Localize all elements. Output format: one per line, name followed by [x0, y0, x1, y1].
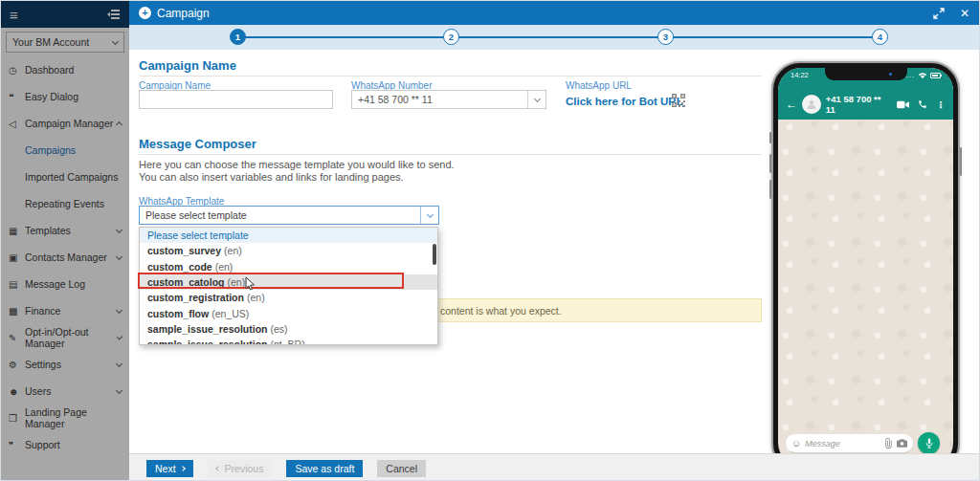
battery-icon: [930, 73, 941, 78]
signal-dots-icon: ...: [906, 74, 915, 77]
phone-volume-down-button: [769, 180, 771, 199]
sidebar: ≡ Your BM Account ◷Dashboard ❝Easy Dialo…: [1, 1, 129, 481]
modal-header: + Campaign ✕: [129, 1, 979, 25]
chat-contact-number: +41 58 700 ** 11: [826, 94, 892, 115]
template-option-highlighted[interactable]: custom_catolog(en): [140, 274, 437, 290]
template-option[interactable]: custom_registration(en): [140, 290, 437, 305]
section-heading-message-composer: Message Composer: [139, 137, 256, 151]
phone-screen: 14:22 ... ← +41 58 700 ** 11: [778, 68, 953, 466]
camera-icon: [897, 439, 907, 448]
message-input-bar: ☺ Message: [786, 434, 913, 452]
section-heading-campaign-name: Campaign Name: [139, 58, 236, 73]
phone-power-button: [960, 147, 962, 176]
modal-backdrop-overlay: [1, 1, 129, 481]
warning-text: content is what you expect.: [440, 305, 562, 317]
back-arrow-icon: ←: [786, 98, 797, 111]
template-option[interactable]: custom_flow(en_US): [140, 305, 437, 320]
qr-code-icon[interactable]: [672, 94, 685, 107]
template-option[interactable]: sample_issue_resolution(pt_BR): [140, 337, 437, 345]
step-1[interactable]: 1: [230, 29, 246, 45]
front-camera-dot: [889, 73, 892, 76]
composer-description-line2: You can also insert variables and links …: [139, 171, 404, 183]
whatsapp-template-select[interactable]: Please select template: [139, 206, 439, 225]
next-button[interactable]: Next: [146, 460, 193, 477]
paperclip-icon: [884, 438, 893, 448]
plus-circle-icon: +: [139, 7, 151, 19]
dropdown-scrollbar[interactable]: [433, 244, 436, 265]
phone-volume-up-button: [769, 154, 771, 173]
video-call-icon: [897, 100, 909, 109]
composer-description-line1: Here you can choose the message template…: [139, 159, 455, 170]
modal-footer: Next Previous Save as draft Cancel: [129, 453, 979, 481]
template-option[interactable]: sample_issue_resolution(es): [140, 321, 437, 337]
phone-preview: 14:22 ... ← +41 58 700 ** 11: [771, 61, 960, 472]
whatsapp-url-label: WhatsApp URL: [566, 80, 632, 91]
whatsapp-number-select[interactable]: +41 58 700 ** 11: [351, 90, 546, 109]
select-chevron: [420, 207, 438, 224]
avatar: [802, 95, 821, 114]
template-dropdown-list: Please select template custom_survey(en)…: [139, 227, 438, 345]
app-screen: ≡ Your BM Account ◷Dashboard ❝Easy Dialo…: [0, 0, 980, 481]
section-divider: [139, 154, 762, 155]
save-as-draft-button[interactable]: Save as draft: [286, 460, 363, 477]
kebab-menu-icon: ⋮: [936, 99, 946, 110]
phone-notch: [825, 68, 907, 80]
expand-icon[interactable]: [933, 8, 945, 19]
whatsapp-number-value: +41 58 700 ** 11: [358, 94, 433, 105]
template-option[interactable]: custom_code(en): [140, 259, 437, 274]
step-number: 1: [235, 32, 240, 42]
step-2[interactable]: 2: [443, 29, 459, 45]
close-icon[interactable]: ✕: [960, 7, 969, 20]
template-option-placeholder[interactable]: Please select template: [140, 228, 437, 243]
bot-url-link[interactable]: Click here for Bot URL: [566, 96, 683, 107]
campaign-modal: + Campaign ✕ 1 2 3 4 Campaign Name Campa…: [129, 1, 980, 481]
wizard-stepper: 1 2 3 4: [129, 25, 979, 50]
modal-title: Campaign: [157, 7, 210, 20]
step-number: 4: [878, 32, 882, 42]
cancel-button[interactable]: Cancel: [377, 460, 426, 477]
step-4[interactable]: 4: [872, 29, 888, 45]
phone-time: 14:22: [791, 71, 809, 79]
previous-button[interactable]: Previous: [208, 460, 273, 477]
step-number: 2: [449, 32, 454, 42]
wifi-icon: [918, 72, 927, 79]
message-placeholder: Message: [805, 439, 840, 448]
campaign-name-input[interactable]: [139, 90, 333, 109]
whatsapp-template-value: Please select template: [145, 209, 247, 221]
emoji-icon: ☺: [791, 438, 801, 448]
mic-button: [918, 432, 940, 454]
step-number: 3: [663, 32, 668, 42]
select-chevron: [527, 91, 546, 108]
stepper-line: [238, 36, 880, 38]
whatsapp-chat-header: ← +41 58 700 ** 11 ⋮: [778, 91, 953, 118]
voice-call-icon: [918, 99, 927, 109]
step-3[interactable]: 3: [657, 29, 674, 45]
section-divider: [139, 76, 762, 77]
phone-mute-switch: [769, 132, 771, 143]
template-option[interactable]: custom_survey(en): [140, 243, 437, 258]
